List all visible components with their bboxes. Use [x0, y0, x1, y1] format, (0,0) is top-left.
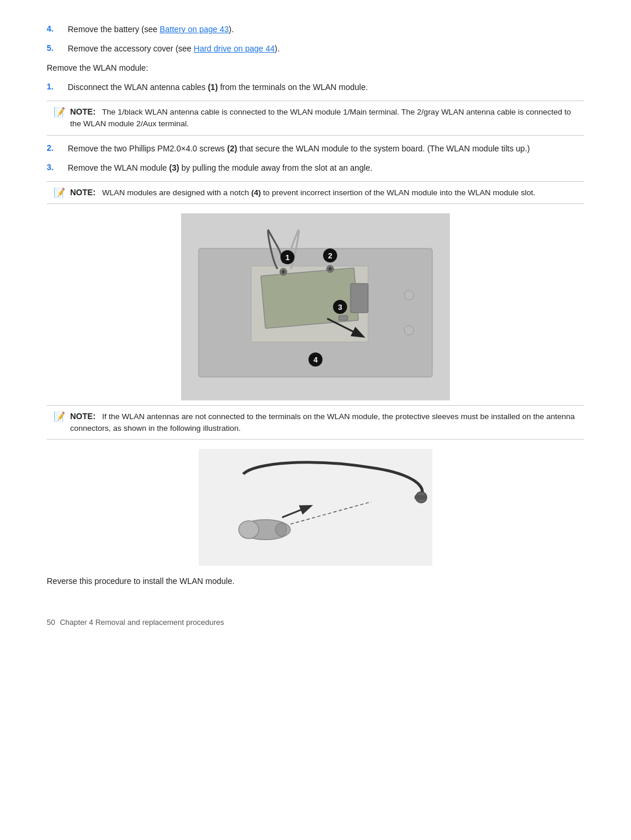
antenna-diagram-container [47, 449, 584, 566]
footer-chapter: Chapter 4 Removal and replacement proced… [60, 618, 224, 627]
harddrive-link[interactable]: Hard drive on page 44 [194, 44, 275, 53]
note-3-text: If the WLAN antennas are not connected t… [70, 412, 575, 433]
step-4-text-before: Remove the battery (see [68, 25, 160, 34]
step-5: 5. Remove the accessory cover (see Hard … [47, 43, 584, 55]
step-3-content: Remove the WLAN module (3) by pulling th… [68, 162, 584, 174]
svg-point-19 [404, 326, 414, 335]
note-3-label: NOTE: [70, 412, 96, 421]
step-2-num: 2. [47, 143, 68, 153]
step-5-text-after: ). [275, 44, 280, 53]
step-4: 4. Remove the battery (see Battery on pa… [47, 23, 584, 36]
svg-rect-20 [199, 452, 432, 563]
note-3-content: NOTE: If the WLAN antennas are not conne… [70, 410, 577, 435]
svg-point-18 [404, 291, 414, 300]
svg-text:4: 4 [313, 355, 318, 364]
svg-text:3: 3 [338, 303, 342, 312]
note-2-content: NOTE: WLAN modules are designed with a n… [70, 186, 535, 199]
svg-point-25 [275, 523, 286, 537]
note-1-label: NOTE: [70, 107, 96, 116]
svg-point-8 [328, 267, 332, 271]
battery-link[interactable]: Battery on page 43 [160, 25, 228, 34]
step-1-num: 1. [47, 81, 68, 91]
step-5-num: 5. [47, 43, 68, 53]
step-5-text-before: Remove the accessory cover (see [68, 44, 194, 53]
step-4-text-after: ). [229, 25, 234, 34]
note-1-text: The 1/black WLAN antenna cable is connec… [70, 108, 571, 128]
svg-rect-4 [351, 284, 368, 313]
reverse-text: Reverse this procedure to install the WL… [47, 575, 584, 587]
step-4-content: Remove the battery (see Battery on page … [68, 23, 584, 36]
page-number: 50 [47, 618, 55, 627]
svg-point-6 [282, 270, 285, 274]
note-icon-2: 📝 [54, 187, 65, 198]
svg-text:2: 2 [328, 251, 332, 260]
svg-rect-22 [415, 495, 426, 500]
footer: 50 Chapter 4 Removal and replacement pro… [47, 611, 584, 627]
note-2-label: NOTE: [70, 188, 96, 197]
step-3: 3. Remove the WLAN module (3) by pulling… [47, 162, 584, 174]
step-2-content: Remove the two Phillips PM2.0×4.0 screws… [68, 143, 584, 155]
note-icon-3: 📝 [54, 411, 65, 422]
note-3: 📝 NOTE: If the WLAN antennas are not con… [47, 405, 584, 440]
svg-rect-17 [339, 316, 348, 320]
step-4-num: 4. [47, 23, 68, 33]
note-icon-1: 📝 [54, 106, 65, 117]
note-1: 📝 NOTE: The 1/black WLAN antenna cable i… [47, 101, 584, 136]
wlan-diagram-container: 1 2 3 4 [47, 213, 584, 400]
note-2: 📝 NOTE: WLAN modules are designed with a… [47, 181, 584, 204]
svg-text:1: 1 [285, 253, 289, 262]
wlan-diagram: 1 2 3 4 [181, 213, 450, 400]
step-1: 1. Disconnect the WLAN antenna cables (1… [47, 81, 584, 94]
step-2: 2. Remove the two Phillips PM2.0×4.0 scr… [47, 143, 584, 155]
note-1-content: NOTE: The 1/black WLAN antenna cable is … [70, 106, 577, 130]
note-2-text: WLAN modules are designed with a notch (… [102, 188, 535, 197]
step-3-num: 3. [47, 162, 68, 172]
step-1-content: Disconnect the WLAN antenna cables (1) f… [68, 81, 584, 94]
wlan-intro: Remove the WLAN module: [47, 62, 584, 74]
antenna-diagram [199, 449, 432, 566]
step-5-content: Remove the accessory cover (see Hard dri… [68, 43, 584, 55]
svg-point-24 [239, 521, 259, 538]
